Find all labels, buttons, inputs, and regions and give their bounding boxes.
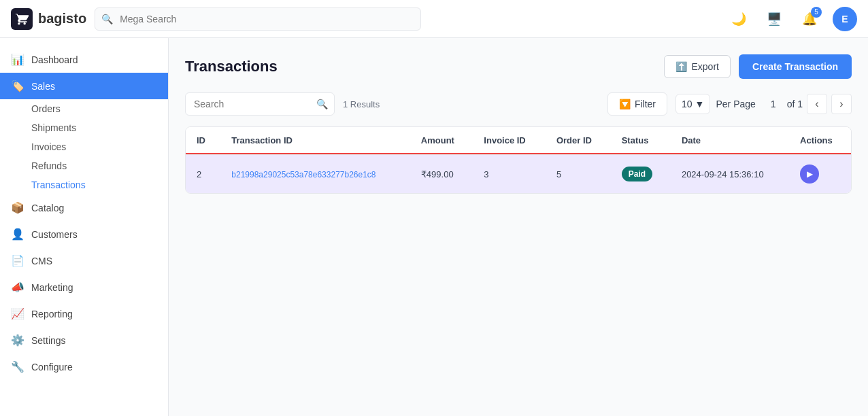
settings-icon: ⚙️	[11, 334, 24, 347]
col-id: ID	[186, 127, 220, 154]
logo-icon	[11, 8, 33, 30]
main-content: Transactions ⬆️ Export Create Transactio…	[169, 38, 868, 416]
chevron-down-icon: ▼	[695, 99, 705, 109]
filter-button[interactable]: 🔽 Filter	[607, 92, 667, 116]
sales-submenu: Orders Shipments Invoices Refunds Transa…	[0, 99, 168, 194]
sidebar-item-marketing[interactable]: 📣 Marketing	[0, 274, 168, 300]
customers-icon: 👤	[11, 228, 24, 241]
transactions-table: ID Transaction ID Amount Invoice ID Orde…	[185, 126, 852, 194]
user-avatar[interactable]: E	[833, 7, 857, 31]
marketing-icon: 📣	[11, 281, 24, 294]
logo[interactable]: bagisto	[11, 8, 86, 30]
sidebar-item-cms[interactable]: 📄 CMS	[0, 247, 168, 274]
sales-icon: 🏷️	[11, 80, 24, 92]
next-page-button[interactable]: ›	[831, 94, 852, 114]
night-mode-button[interactable]: 🌙	[727, 7, 751, 31]
sidebar-item-shipments[interactable]: Shipments	[31, 118, 168, 137]
sidebar-label-configure: Configure	[31, 362, 73, 372]
per-page-label: Per Page	[716, 99, 755, 109]
notification-count: 5	[811, 7, 822, 18]
per-page-select[interactable]: 10 ▼	[675, 94, 710, 114]
sidebar-item-refunds[interactable]: Refunds	[31, 156, 168, 175]
logo-text: bagisto	[38, 11, 86, 27]
sidebar-item-reporting[interactable]: 📈 Reporting	[0, 300, 168, 327]
main-layout: 📊 Dashboard 🏷️ Sales Orders Shipments In…	[0, 38, 868, 416]
export-icon: ⬆️	[675, 61, 687, 72]
cell-order-id: 5	[546, 154, 611, 193]
page-title: Transactions	[185, 58, 278, 75]
col-transaction-id: Transaction ID	[220, 127, 410, 154]
sidebar-label-customers: Customers	[31, 229, 78, 240]
header-actions: ⬆️ Export Create Transaction	[664, 54, 852, 79]
create-transaction-button[interactable]: Create Transaction	[739, 54, 852, 79]
cell-date: 2024-09-24 15:36:10	[671, 154, 789, 193]
col-date: Date	[671, 127, 789, 154]
filter-icon: 🔽	[619, 99, 631, 109]
cell-status: Paid	[611, 154, 671, 193]
table-header-row: ID Transaction ID Amount Invoice ID Orde…	[186, 127, 851, 154]
cell-id: 2	[186, 154, 220, 193]
dashboard-icon: 📊	[11, 53, 24, 66]
row-action-button[interactable]: ▶	[800, 164, 819, 184]
search-wrap: 🔍	[185, 92, 335, 116]
sidebar-item-configure[interactable]: 🔧 Configure	[0, 353, 168, 380]
col-invoice-id: Invoice ID	[473, 127, 546, 154]
sidebar: 📊 Dashboard 🏷️ Sales Orders Shipments In…	[0, 38, 169, 416]
per-page-wrap: 10 ▼ Per Page	[675, 94, 756, 114]
notifications-button[interactable]: 🔔 5	[797, 7, 822, 31]
cell-transaction-id: b21998a29025c53a78e633277b26e1c8	[220, 154, 410, 193]
col-status: Status	[611, 127, 671, 154]
page-of: of 1	[787, 99, 803, 109]
configure-icon: 🔧	[11, 360, 24, 373]
col-amount: Amount	[410, 127, 473, 154]
cms-icon: 📄	[11, 254, 24, 267]
cell-actions[interactable]: ▶	[789, 154, 851, 193]
sidebar-label-dashboard: Dashboard	[31, 54, 78, 65]
search-icon: 🔍	[101, 14, 113, 24]
store-button[interactable]: 🖥️	[762, 7, 786, 31]
top-navigation: bagisto 🔍 🌙 🖥️ 🔔 5 E	[0, 0, 868, 38]
sidebar-label-sales: Sales	[31, 81, 55, 92]
sidebar-label-reporting: Reporting	[31, 309, 73, 319]
sidebar-label-cms: CMS	[31, 256, 52, 266]
sidebar-label-settings: Settings	[31, 335, 66, 346]
cell-amount: ₹499.00	[410, 154, 473, 193]
sidebar-item-settings[interactable]: ⚙️ Settings	[0, 327, 168, 353]
col-order-id: Order ID	[546, 127, 611, 154]
results-count: 1 Results	[343, 99, 380, 109]
page-number: 1	[764, 94, 783, 114]
toolbar: 🔍 1 Results 🔽 Filter 10 ▼ Per Page 1 of …	[185, 92, 852, 116]
nav-right: 🌙 🖥️ 🔔 5 E	[727, 7, 857, 31]
sidebar-label-marketing: Marketing	[31, 282, 73, 293]
sidebar-item-catalog[interactable]: 📦 Catalog	[0, 194, 168, 221]
export-button[interactable]: ⬆️ Export	[664, 55, 730, 78]
reporting-icon: 📈	[11, 307, 24, 320]
per-page-value: 10	[682, 99, 692, 109]
page-header: Transactions ⬆️ Export Create Transactio…	[185, 54, 852, 79]
sidebar-label-catalog: Catalog	[31, 203, 64, 213]
mega-search-input[interactable]	[95, 7, 421, 31]
sidebar-item-orders[interactable]: Orders	[31, 99, 168, 118]
prev-page-button[interactable]: ‹	[807, 94, 827, 114]
col-actions: Actions	[789, 127, 851, 154]
sidebar-item-dashboard[interactable]: 📊 Dashboard	[0, 46, 168, 73]
sidebar-item-sales[interactable]: 🏷️ Sales	[0, 73, 168, 99]
search-icon: 🔍	[316, 99, 328, 109]
mega-search-bar[interactable]: 🔍	[95, 7, 421, 31]
pagination: 1 of 1 ‹ ›	[764, 94, 852, 114]
sidebar-item-customers[interactable]: 👤 Customers	[0, 221, 168, 247]
sidebar-item-transactions[interactable]: Transactions	[31, 175, 168, 194]
search-input[interactable]	[185, 92, 335, 116]
catalog-icon: 📦	[11, 201, 24, 214]
sidebar-item-invoices[interactable]: Invoices	[31, 137, 168, 156]
table-row[interactable]: 2 b21998a29025c53a78e633277b26e1c8 ₹499.…	[186, 154, 851, 193]
cell-invoice-id: 3	[473, 154, 546, 193]
